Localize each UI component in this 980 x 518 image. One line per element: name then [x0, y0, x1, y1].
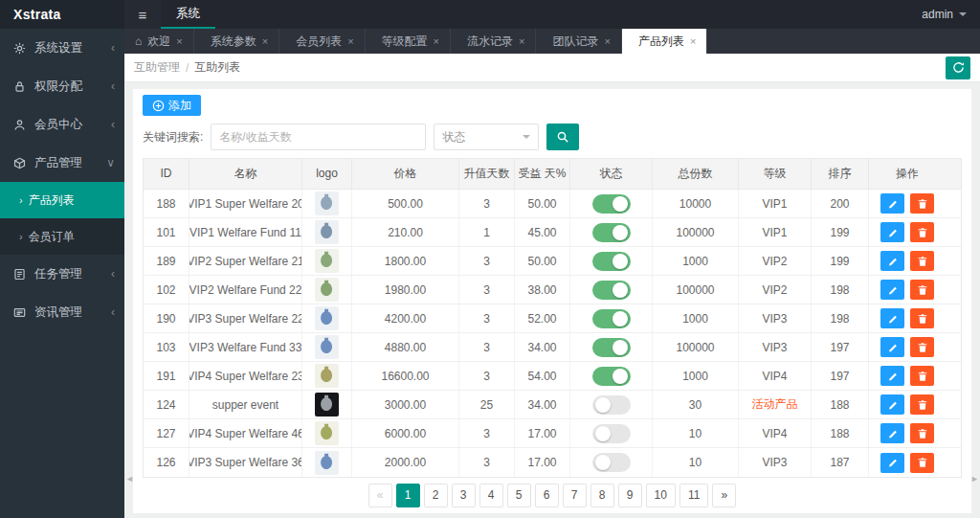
status-select[interactable]: 状态 [434, 124, 539, 150]
delete-button[interactable] [910, 394, 934, 415]
cell-sort: 187 [812, 448, 869, 477]
table-row: 189 VIP2 Super Welfare 21 1800.00 3 50.0… [144, 247, 961, 276]
status-toggle[interactable] [592, 424, 631, 443]
page-button[interactable]: 10 [646, 484, 676, 507]
page-button[interactable]: 2 [424, 484, 448, 507]
edit-button[interactable] [880, 280, 904, 300]
sidebar-subitem[interactable]: › 会员订单 [0, 218, 124, 255]
cell-logo [302, 333, 352, 361]
edit-button[interactable] [880, 308, 904, 328]
cube-icon [13, 157, 27, 169]
cell-name: VIP1 Super Welfare 20 [189, 190, 302, 217]
trash-icon [917, 227, 928, 238]
add-button[interactable]: 添加 [143, 95, 201, 116]
cell-level: VIP3 [739, 333, 812, 361]
scroll-left-icon[interactable]: ◄ [125, 474, 134, 484]
status-toggle[interactable] [592, 194, 631, 214]
sidebar-item[interactable]: 任务管理 ‹ [0, 255, 124, 293]
keyword-input[interactable] [211, 124, 426, 150]
status-toggle[interactable] [592, 453, 631, 472]
search-label: 关键词搜索: [143, 129, 203, 146]
user-menu[interactable]: admin [922, 8, 980, 21]
edit-button[interactable] [880, 222, 904, 242]
edit-button[interactable] [880, 366, 904, 386]
vase-image [319, 222, 334, 242]
status-toggle[interactable] [592, 281, 631, 300]
tab[interactable]: 系统参数 × [194, 29, 279, 54]
cell-id: 102 [144, 276, 189, 304]
page-button[interactable]: 7 [563, 484, 587, 507]
tab-close-icon[interactable]: × [176, 35, 182, 47]
delete-button[interactable] [910, 308, 934, 328]
chevron-icon: ‹ [111, 267, 115, 281]
edit-button[interactable] [880, 423, 904, 443]
next-page-button[interactable]: » [712, 484, 736, 507]
status-toggle[interactable] [592, 309, 631, 328]
delete-button[interactable] [910, 423, 934, 443]
page-button[interactable]: 4 [479, 484, 503, 507]
sidebar-subitem[interactable]: › 产品列表 [0, 182, 124, 218]
cell-benefit: 54.00 [515, 362, 570, 390]
chevron-icon: ‹ [111, 41, 115, 55]
tab[interactable]: 流水记录 × [451, 29, 536, 54]
page-button[interactable]: 6 [535, 484, 559, 507]
tab[interactable]: 产品列表 × [622, 29, 707, 54]
search-button[interactable] [546, 124, 579, 150]
sidebar-item[interactable]: 资讯管理 ‹ [0, 293, 124, 331]
cell-total: 10 [653, 448, 739, 477]
status-toggle[interactable] [592, 223, 631, 242]
vase-image [319, 337, 334, 357]
delete-button[interactable] [910, 337, 934, 357]
delete-button[interactable] [910, 222, 934, 242]
tab-close-icon[interactable]: × [604, 35, 610, 47]
tab[interactable]: 等级配置 × [366, 29, 451, 54]
page-button[interactable]: 3 [452, 484, 476, 507]
hamburger-icon[interactable]: ≡ [124, 0, 161, 29]
tab[interactable]: ⌂ 欢迎 × [124, 29, 194, 54]
delete-button[interactable] [910, 251, 934, 271]
delete-button[interactable] [910, 366, 934, 386]
delete-button[interactable] [910, 280, 934, 300]
edit-button[interactable] [880, 337, 904, 357]
edit-button[interactable] [880, 193, 904, 214]
tab-close-icon[interactable]: × [519, 35, 524, 47]
tab[interactable]: 会员列表 × [279, 29, 365, 54]
status-toggle[interactable] [592, 252, 631, 271]
page-button[interactable]: 1 [396, 484, 420, 507]
page-button[interactable]: 5 [507, 484, 531, 507]
page-button[interactable]: 11 [679, 484, 708, 507]
tab-close-icon[interactable]: × [434, 35, 439, 47]
trash-icon [917, 428, 928, 439]
status-toggle[interactable] [592, 338, 631, 357]
cell-level: VIP3 [739, 304, 812, 332]
status-toggle[interactable] [592, 367, 631, 386]
sidebar-item[interactable]: 产品管理 ∨ [0, 144, 124, 182]
edit-button[interactable] [880, 394, 904, 415]
page-button[interactable]: 8 [590, 484, 614, 507]
tab-close-icon[interactable]: × [690, 35, 696, 47]
nav-item-system[interactable]: 系统 [161, 0, 215, 29]
cell-name: VIP4 Super Welfare 23 [189, 362, 302, 390]
cell-price: 3000.00 [352, 391, 459, 418]
page-button[interactable]: 9 [618, 484, 642, 507]
breadcrumb-parent[interactable]: 互助管理 [134, 59, 180, 76]
delete-button[interactable] [910, 453, 934, 473]
cell-actions [869, 391, 946, 418]
edit-icon [887, 428, 899, 439]
sidebar-item[interactable]: 会员中心 ‹ [0, 105, 124, 144]
sidebar-item[interactable]: 系统设置 ‹ [0, 29, 124, 67]
edit-button[interactable] [880, 453, 904, 473]
scroll-right-icon[interactable]: ► [970, 474, 979, 484]
breadcrumb-separator: / [186, 61, 189, 75]
product-logo [315, 278, 339, 302]
edit-button[interactable] [880, 251, 904, 271]
refresh-button[interactable] [946, 56, 970, 79]
tab-close-icon[interactable]: × [347, 35, 353, 47]
prev-page-button[interactable]: « [368, 484, 392, 507]
sidebar-item[interactable]: 权限分配 ‹ [0, 67, 124, 105]
status-toggle[interactable] [592, 395, 631, 415]
delete-button[interactable] [910, 193, 934, 214]
tab[interactable]: 团队记录 × [536, 29, 621, 54]
tab-close-icon[interactable]: × [262, 35, 268, 47]
cell-price: 16600.00 [352, 362, 459, 390]
